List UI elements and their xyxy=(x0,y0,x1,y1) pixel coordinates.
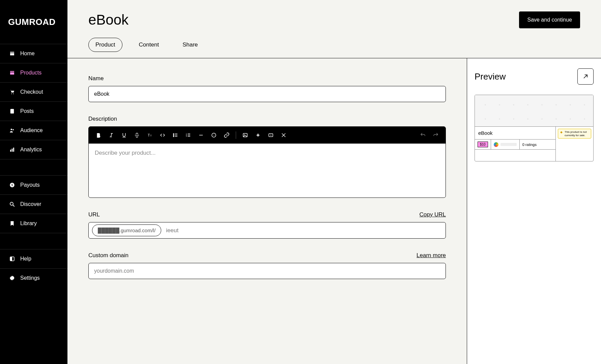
sidebar-item-label: Audience xyxy=(20,127,43,133)
italic-icon[interactable] xyxy=(106,130,116,140)
hr-icon[interactable] xyxy=(196,130,206,140)
custom-domain-input[interactable] xyxy=(88,263,446,279)
posts-icon xyxy=(9,108,16,115)
svg-point-5 xyxy=(13,93,14,94)
name-label: Name xyxy=(88,75,446,82)
tab-product[interactable]: Product xyxy=(88,38,122,52)
page-title: eBook xyxy=(88,12,128,28)
sidebar-item-checkout[interactable]: Checkout xyxy=(0,82,67,101)
svg-rect-1 xyxy=(10,53,14,56)
preview-heading: Preview xyxy=(475,71,506,82)
sidebar-item-label: Payouts xyxy=(20,182,40,188)
svg-point-26 xyxy=(173,133,174,134)
code-icon[interactable] xyxy=(158,130,168,140)
svg-point-8 xyxy=(12,129,14,130)
sidebar-item-discover[interactable]: Discover xyxy=(0,194,67,214)
sidebar-item-payouts[interactable]: $ Payouts xyxy=(0,175,67,194)
sidebar-item-products[interactable]: Products xyxy=(0,63,67,82)
cart-icon xyxy=(9,89,16,95)
library-icon xyxy=(9,220,16,227)
video-icon[interactable] xyxy=(266,130,276,140)
svg-rect-3 xyxy=(10,72,14,75)
preview-cover-placeholder xyxy=(475,95,593,127)
preview-panel: Preview eBook $10 0 ratings xyxy=(467,58,601,364)
sidebar-item-audience[interactable]: Audience xyxy=(0,121,67,140)
text-size-icon[interactable]: TT xyxy=(145,130,155,140)
open-preview-button[interactable] xyxy=(577,68,594,85)
redo-icon[interactable] xyxy=(431,130,441,140)
url-prefix-pill[interactable]: ██████.gumroad.com/l/ xyxy=(92,224,161,236)
preview-card: eBook $10 0 ratings ◆ This produc xyxy=(475,95,594,161)
svg-point-43 xyxy=(244,134,245,135)
form-column: Name Description TT xyxy=(67,58,467,364)
preview-description-area xyxy=(475,150,555,161)
bullet-list-icon[interactable] xyxy=(170,130,180,140)
svg-point-27 xyxy=(173,135,174,135)
tabs: Product Content Share xyxy=(88,38,580,58)
link-icon[interactable] xyxy=(222,130,232,140)
svg-line-21 xyxy=(111,133,112,137)
preview-not-for-sale-notice: ◆ This product is not currently for sale… xyxy=(558,129,591,139)
audience-icon xyxy=(9,127,16,134)
underline-icon[interactable] xyxy=(119,130,129,140)
undo-icon[interactable] xyxy=(418,130,428,140)
description-input[interactable]: Describe your product... xyxy=(89,144,446,198)
sparkle-icon[interactable] xyxy=(253,130,263,140)
tab-share[interactable]: Share xyxy=(175,38,205,52)
sidebar-item-library[interactable]: Library xyxy=(0,214,67,233)
save-and-continue-button[interactable]: Save and continue xyxy=(519,11,580,28)
rich-text-editor: TT 123 xyxy=(88,126,446,198)
sidebar-item-label: Analytics xyxy=(20,147,42,153)
preview-seller xyxy=(491,140,520,149)
page-header: eBook Save and continue Product Content … xyxy=(67,0,601,58)
sidebar-item-label: Checkout xyxy=(20,89,43,95)
quote-icon[interactable] xyxy=(209,130,219,140)
description-label: Description xyxy=(88,116,446,122)
preview-price: $10 xyxy=(475,140,491,149)
custom-domain-label: Custom domain xyxy=(88,252,128,259)
svg-point-40 xyxy=(213,135,214,135)
svg-rect-9 xyxy=(10,150,11,152)
svg-text:3: 3 xyxy=(186,135,187,137)
products-icon xyxy=(9,69,16,76)
image-icon[interactable] xyxy=(240,130,250,140)
preview-ratings: 0 ratings xyxy=(520,140,555,149)
ordered-list-icon[interactable]: 123 xyxy=(183,130,193,140)
x-twitter-icon[interactable] xyxy=(279,130,289,140)
sidebar-item-help[interactable]: Help xyxy=(0,249,67,268)
sidebar-item-label: Discover xyxy=(20,201,41,207)
learn-more-link[interactable]: Learn more xyxy=(417,252,446,259)
copy-url-link[interactable]: Copy URL xyxy=(420,211,446,218)
svg-point-28 xyxy=(173,136,174,137)
sidebar-item-home[interactable]: Home xyxy=(0,44,67,63)
logo: GUMROAD xyxy=(0,0,67,44)
svg-text:T: T xyxy=(150,134,152,137)
tab-content[interactable]: Content xyxy=(132,38,166,52)
svg-point-14 xyxy=(10,202,13,205)
help-icon xyxy=(9,255,16,262)
svg-rect-10 xyxy=(12,149,13,152)
svg-point-7 xyxy=(11,129,12,130)
analytics-icon xyxy=(9,146,16,153)
svg-rect-17 xyxy=(10,257,12,261)
url-input-wrapper: ██████.gumroad.com/l/ xyxy=(88,222,446,239)
svg-point-41 xyxy=(214,135,215,135)
name-input[interactable] xyxy=(88,86,446,102)
sidebar-item-settings[interactable]: Settings xyxy=(0,268,67,287)
svg-point-4 xyxy=(11,93,12,94)
external-link-icon xyxy=(582,73,589,80)
svg-line-48 xyxy=(584,75,587,78)
url-slug-input[interactable] xyxy=(166,227,442,234)
nav-primary: Home Products Checkout Posts Audience An… xyxy=(0,44,67,287)
search-icon xyxy=(9,201,16,208)
gear-icon xyxy=(9,275,16,281)
sidebar-item-posts[interactable]: Posts xyxy=(0,101,67,121)
svg-rect-6 xyxy=(10,109,14,114)
bold-icon[interactable] xyxy=(93,130,104,140)
sidebar-item-analytics[interactable]: Analytics xyxy=(0,140,67,159)
sidebar-item-label: Posts xyxy=(20,108,34,114)
strikethrough-icon[interactable] xyxy=(132,130,142,140)
svg-point-39 xyxy=(212,133,216,137)
warning-icon: ◆ xyxy=(560,130,563,137)
sidebar-item-label: Settings xyxy=(20,275,40,281)
